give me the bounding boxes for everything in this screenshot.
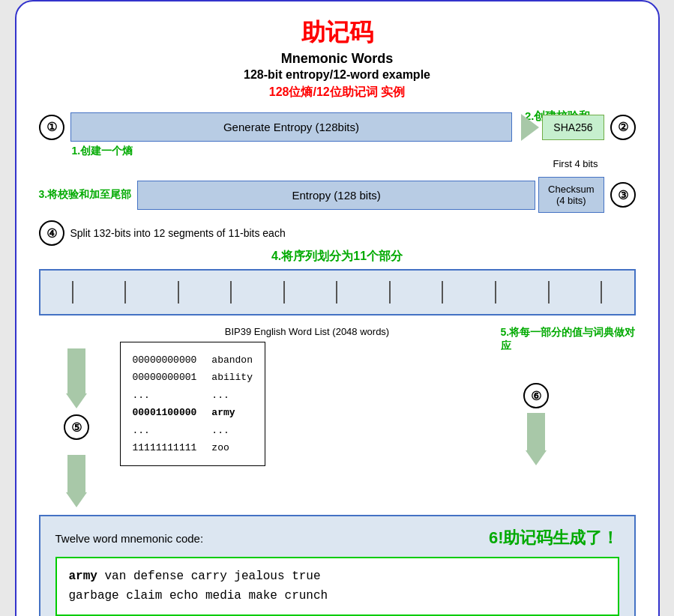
arrow-head-left2 (66, 492, 87, 507)
step1-circle: ① (39, 115, 64, 140)
label3: 3.将校验和加至尾部 (39, 188, 132, 202)
arrow-head-right (526, 450, 547, 465)
entropy-box: Generate Entropy (128bits) (70, 112, 513, 142)
seg-div (124, 281, 126, 304)
bip39-bit-row2: 00000000001 (133, 369, 197, 386)
checksum-label: Checksum(4 bits) (548, 184, 594, 206)
first4bits-label: First 4 bits (39, 158, 598, 169)
seg-div (601, 281, 602, 304)
step4-description: Split 132-bits into 12 segments of 11-bi… (70, 227, 286, 239)
subtitle-en: 128-bit entropy/12-word example (39, 68, 636, 82)
step6-circle: ⑥ (523, 383, 549, 408)
arrow-line-left2 (67, 455, 85, 492)
bip39-bit-row4: 00001100000 (133, 404, 197, 421)
bip39-word6: zoo (211, 439, 253, 456)
bip39-word3: ... (211, 387, 253, 404)
right-col: 5.将每一部分的值与词典做对应 ⑥ (501, 326, 636, 465)
seg-div (389, 281, 391, 304)
bip39-word4: army (211, 404, 253, 421)
final-section: Twelve word mnemonic code: 6!助记码生成了！ arm… (39, 515, 636, 616)
label6: 6!助记码生成了！ (489, 527, 619, 549)
bip39-center: BIP39 English Word List (2048 words) 000… (120, 326, 495, 466)
main-container: 助记码 Mnemonic Words 128-bit entropy/12-wo… (15, 0, 660, 616)
segments-box (39, 269, 636, 315)
seg-div (336, 281, 337, 304)
seg-div (495, 281, 496, 304)
subtitle-zh: 128位熵/12位助记词 实例 (39, 85, 636, 100)
entropy128-box: Entropy (128 bits) (137, 181, 535, 210)
bip39-table: 00000000000 00000000001 ... 00001100000 … (120, 342, 265, 466)
mnemonic-first-word: army (69, 570, 97, 583)
bip39-word2: ability (211, 369, 253, 386)
checksum-box: Checksum(4 bits) (538, 177, 604, 213)
seg-div (230, 281, 232, 304)
label5: 5.将每一部分的值与词典做对应 (501, 326, 636, 353)
title-en: Mnemonic Words (39, 51, 636, 67)
seg-div (442, 281, 443, 304)
bip39-label: BIP39 English Word List (2048 words) (120, 326, 495, 337)
title-zh: 助记码 (39, 16, 636, 49)
bip39-words-col: abandon ability ... army ... zoo (211, 351, 253, 456)
seg-div (548, 281, 550, 304)
twelve-word-label: Twelve word mnemonic code: (55, 532, 204, 545)
seg-div (283, 281, 285, 304)
arrow-to-sha (521, 114, 539, 141)
arrow-right-down (527, 413, 545, 450)
label4: 4.将序列划分为11个部分 (39, 249, 636, 265)
arrow-head-left (66, 393, 87, 408)
step3-circle: ③ (610, 182, 636, 208)
seg-div (72, 281, 73, 304)
arrow-line-left (67, 348, 85, 393)
bip39-word1: abandon (211, 351, 253, 369)
step4-circle: ④ (39, 220, 64, 246)
bip39-bit-row1: 00000000000 (133, 351, 197, 369)
sha256-box: SHA256 (542, 115, 604, 140)
bip39-bits-col: 00000000000 00000000001 ... 00001100000 … (133, 351, 197, 456)
bip39-bit-row3: ... (133, 387, 197, 404)
bip39-word5: ... (211, 422, 253, 439)
step2-circle: ② (610, 115, 636, 140)
bip39-bit-row6: 11111111111 (133, 439, 197, 456)
seg-div (178, 281, 179, 304)
step5-circle: ⑤ (64, 414, 89, 440)
mnemonic-rest: van defense carry jealous truegarbage cl… (69, 570, 328, 603)
bip39-bit-row5: ... (133, 422, 197, 439)
mnemonic-box: army van defense carry jealous truegarba… (55, 557, 619, 616)
label1: 1.创建一个熵 (72, 145, 636, 158)
